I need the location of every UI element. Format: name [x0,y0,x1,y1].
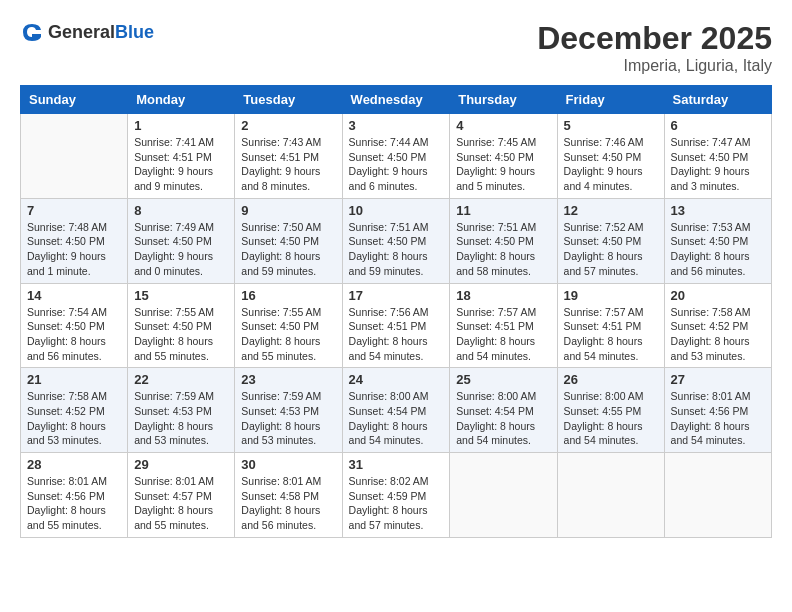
location-subtitle: Imperia, Liguria, Italy [537,57,772,75]
calendar-cell: 14Sunrise: 7:54 AMSunset: 4:50 PMDayligh… [21,283,128,368]
day-number: 4 [456,118,550,133]
day-number: 30 [241,457,335,472]
day-number: 8 [134,203,228,218]
calendar-cell: 26Sunrise: 8:00 AMSunset: 4:55 PMDayligh… [557,368,664,453]
column-header-wednesday: Wednesday [342,86,450,114]
day-info: Sunrise: 7:44 AMSunset: 4:50 PMDaylight:… [349,135,444,194]
day-info: Sunrise: 7:48 AMSunset: 4:50 PMDaylight:… [27,220,121,279]
day-number: 2 [241,118,335,133]
calendar-cell: 3Sunrise: 7:44 AMSunset: 4:50 PMDaylight… [342,114,450,199]
day-info: Sunrise: 8:00 AMSunset: 4:55 PMDaylight:… [564,389,658,448]
calendar-cell [450,453,557,538]
day-number: 14 [27,288,121,303]
day-info: Sunrise: 7:54 AMSunset: 4:50 PMDaylight:… [27,305,121,364]
column-header-monday: Monday [128,86,235,114]
calendar-cell: 10Sunrise: 7:51 AMSunset: 4:50 PMDayligh… [342,198,450,283]
month-title: December 2025 [537,20,772,57]
day-info: Sunrise: 7:55 AMSunset: 4:50 PMDaylight:… [134,305,228,364]
calendar-cell: 2Sunrise: 7:43 AMSunset: 4:51 PMDaylight… [235,114,342,199]
day-info: Sunrise: 8:01 AMSunset: 4:56 PMDaylight:… [671,389,765,448]
day-info: Sunrise: 7:50 AMSunset: 4:50 PMDaylight:… [241,220,335,279]
calendar-cell: 21Sunrise: 7:58 AMSunset: 4:52 PMDayligh… [21,368,128,453]
day-info: Sunrise: 7:51 AMSunset: 4:50 PMDaylight:… [456,220,550,279]
calendar-cell [557,453,664,538]
calendar-table: SundayMondayTuesdayWednesdayThursdayFrid… [20,85,772,538]
day-number: 10 [349,203,444,218]
day-number: 24 [349,372,444,387]
calendar-cell: 24Sunrise: 8:00 AMSunset: 4:54 PMDayligh… [342,368,450,453]
day-info: Sunrise: 7:43 AMSunset: 4:51 PMDaylight:… [241,135,335,194]
day-number: 7 [27,203,121,218]
calendar-cell [664,453,771,538]
logo-text-general: General [48,22,115,42]
day-number: 23 [241,372,335,387]
day-number: 31 [349,457,444,472]
day-info: Sunrise: 8:02 AMSunset: 4:59 PMDaylight:… [349,474,444,533]
day-info: Sunrise: 8:01 AMSunset: 4:58 PMDaylight:… [241,474,335,533]
page-header: GeneralBlue December 2025 Imperia, Ligur… [20,20,772,75]
calendar-week-row: 1Sunrise: 7:41 AMSunset: 4:51 PMDaylight… [21,114,772,199]
column-header-tuesday: Tuesday [235,86,342,114]
day-number: 16 [241,288,335,303]
calendar-cell: 27Sunrise: 8:01 AMSunset: 4:56 PMDayligh… [664,368,771,453]
day-info: Sunrise: 7:51 AMSunset: 4:50 PMDaylight:… [349,220,444,279]
day-info: Sunrise: 7:58 AMSunset: 4:52 PMDaylight:… [671,305,765,364]
logo: GeneralBlue [20,20,154,44]
calendar-cell: 19Sunrise: 7:57 AMSunset: 4:51 PMDayligh… [557,283,664,368]
calendar-cell: 31Sunrise: 8:02 AMSunset: 4:59 PMDayligh… [342,453,450,538]
column-header-thursday: Thursday [450,86,557,114]
day-info: Sunrise: 7:57 AMSunset: 4:51 PMDaylight:… [456,305,550,364]
day-number: 12 [564,203,658,218]
day-number: 13 [671,203,765,218]
day-number: 19 [564,288,658,303]
day-info: Sunrise: 7:41 AMSunset: 4:51 PMDaylight:… [134,135,228,194]
day-info: Sunrise: 7:53 AMSunset: 4:50 PMDaylight:… [671,220,765,279]
calendar-cell: 4Sunrise: 7:45 AMSunset: 4:50 PMDaylight… [450,114,557,199]
calendar-week-row: 21Sunrise: 7:58 AMSunset: 4:52 PMDayligh… [21,368,772,453]
day-info: Sunrise: 7:46 AMSunset: 4:50 PMDaylight:… [564,135,658,194]
calendar-cell: 13Sunrise: 7:53 AMSunset: 4:50 PMDayligh… [664,198,771,283]
calendar-cell: 16Sunrise: 7:55 AMSunset: 4:50 PMDayligh… [235,283,342,368]
day-number: 17 [349,288,444,303]
day-info: Sunrise: 7:49 AMSunset: 4:50 PMDaylight:… [134,220,228,279]
day-info: Sunrise: 7:47 AMSunset: 4:50 PMDaylight:… [671,135,765,194]
day-number: 20 [671,288,765,303]
day-number: 15 [134,288,228,303]
day-info: Sunrise: 7:56 AMSunset: 4:51 PMDaylight:… [349,305,444,364]
day-info: Sunrise: 7:58 AMSunset: 4:52 PMDaylight:… [27,389,121,448]
title-block: December 2025 Imperia, Liguria, Italy [537,20,772,75]
day-number: 22 [134,372,228,387]
column-header-sunday: Sunday [21,86,128,114]
calendar-cell: 17Sunrise: 7:56 AMSunset: 4:51 PMDayligh… [342,283,450,368]
calendar-cell: 20Sunrise: 7:58 AMSunset: 4:52 PMDayligh… [664,283,771,368]
day-number: 29 [134,457,228,472]
column-header-saturday: Saturday [664,86,771,114]
day-info: Sunrise: 8:01 AMSunset: 4:57 PMDaylight:… [134,474,228,533]
day-number: 9 [241,203,335,218]
day-number: 1 [134,118,228,133]
calendar-cell: 12Sunrise: 7:52 AMSunset: 4:50 PMDayligh… [557,198,664,283]
day-info: Sunrise: 8:00 AMSunset: 4:54 PMDaylight:… [456,389,550,448]
calendar-cell: 11Sunrise: 7:51 AMSunset: 4:50 PMDayligh… [450,198,557,283]
calendar-cell: 18Sunrise: 7:57 AMSunset: 4:51 PMDayligh… [450,283,557,368]
calendar-cell: 29Sunrise: 8:01 AMSunset: 4:57 PMDayligh… [128,453,235,538]
day-info: Sunrise: 7:57 AMSunset: 4:51 PMDaylight:… [564,305,658,364]
day-info: Sunrise: 8:00 AMSunset: 4:54 PMDaylight:… [349,389,444,448]
day-number: 21 [27,372,121,387]
calendar-week-row: 28Sunrise: 8:01 AMSunset: 4:56 PMDayligh… [21,453,772,538]
day-number: 26 [564,372,658,387]
calendar-cell: 22Sunrise: 7:59 AMSunset: 4:53 PMDayligh… [128,368,235,453]
calendar-header-row: SundayMondayTuesdayWednesdayThursdayFrid… [21,86,772,114]
day-number: 6 [671,118,765,133]
day-info: Sunrise: 7:55 AMSunset: 4:50 PMDaylight:… [241,305,335,364]
calendar-cell: 9Sunrise: 7:50 AMSunset: 4:50 PMDaylight… [235,198,342,283]
day-info: Sunrise: 7:45 AMSunset: 4:50 PMDaylight:… [456,135,550,194]
day-info: Sunrise: 7:59 AMSunset: 4:53 PMDaylight:… [241,389,335,448]
calendar-cell: 8Sunrise: 7:49 AMSunset: 4:50 PMDaylight… [128,198,235,283]
day-number: 3 [349,118,444,133]
day-number: 25 [456,372,550,387]
calendar-week-row: 14Sunrise: 7:54 AMSunset: 4:50 PMDayligh… [21,283,772,368]
calendar-cell: 1Sunrise: 7:41 AMSunset: 4:51 PMDaylight… [128,114,235,199]
day-number: 28 [27,457,121,472]
calendar-cell: 25Sunrise: 8:00 AMSunset: 4:54 PMDayligh… [450,368,557,453]
